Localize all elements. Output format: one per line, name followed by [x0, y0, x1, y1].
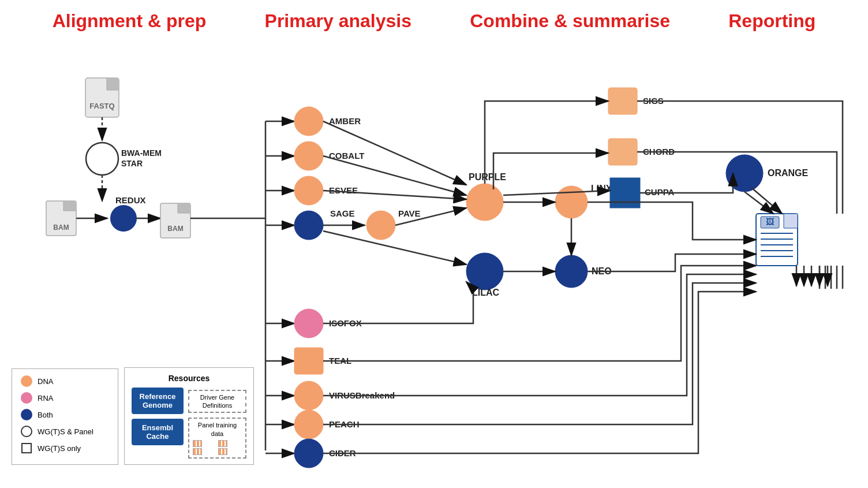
svg-text:REDUX: REDUX: [115, 195, 146, 205]
svg-text:ORANGE: ORANGE: [768, 168, 809, 178]
svg-marker-3: [107, 78, 119, 90]
svg-text:LILAC: LILAC: [472, 288, 500, 297]
svg-text:PURPLE: PURPLE: [469, 172, 506, 182]
svg-point-56: [294, 439, 323, 468]
primary-title: Primary analysis: [265, 10, 411, 32]
dna-icon: [21, 375, 32, 387]
legend-both-label: Both: [38, 411, 53, 419]
legend-rna-label: RNA: [38, 394, 53, 403]
resources-box: Resources ReferenceGenome EnsemblCache D…: [124, 367, 254, 465]
report-icon: 🖼: [756, 214, 798, 266]
legend-wgts-only-label: WG(T)S only: [38, 444, 81, 453]
svg-line-87: [323, 231, 466, 265]
svg-text:LINX: LINX: [591, 184, 612, 193]
svg-rect-50: [294, 348, 323, 374]
mini-table-cell-1: [193, 440, 202, 447]
svg-point-58: [466, 184, 503, 221]
svg-point-64: [555, 255, 588, 288]
rna-icon: [21, 392, 32, 404]
svg-point-62: [555, 186, 588, 218]
legend-wgts-panel-label: WG(T)S & Panel: [38, 427, 93, 436]
main-container: Alignment & prep Primary analysis Combin…: [0, 0, 868, 488]
mini-table-cell-4: [218, 448, 227, 455]
svg-point-43: [294, 211, 323, 240]
svg-text:🖼: 🖼: [766, 217, 774, 226]
svg-rect-66: [608, 88, 637, 114]
svg-point-37: [294, 107, 323, 136]
svg-point-52: [294, 381, 323, 410]
fastq-node: FASTQ: [85, 78, 119, 117]
bam-in-node: BAM: [46, 201, 76, 236]
svg-text:PAVE: PAVE: [398, 208, 421, 218]
svg-point-72: [726, 155, 763, 192]
svg-point-39: [294, 141, 323, 170]
svg-text:AMBER: AMBER: [329, 116, 361, 126]
svg-marker-75: [784, 214, 798, 228]
panel-training-box: Panel training data: [188, 418, 246, 459]
svg-text:CUPPA: CUPPA: [645, 187, 675, 197]
driver-gene-label: Driver Gene Definitions: [200, 394, 234, 409]
panel-training-label: Panel training data: [198, 422, 237, 437]
svg-text:FASTQ: FASTQ: [89, 102, 114, 110]
legend-wgts-panel: WG(T)S & Panel: [20, 425, 110, 438]
svg-text:BAM: BAM: [53, 223, 69, 232]
wgts-panel-icon: [21, 426, 32, 437]
svg-text:SAGE: SAGE: [330, 208, 355, 218]
bwa-mem-node: BWA-MEM STAR: [86, 143, 162, 175]
legend-dna: DNA: [20, 375, 110, 388]
mini-table-cell-2: [218, 440, 227, 447]
svg-marker-22: [178, 203, 190, 213]
wgts-only-icon: [21, 443, 32, 453]
combine-title: Combine & summarise: [470, 10, 670, 32]
svg-point-45: [366, 211, 395, 240]
reference-genome-button[interactable]: ReferenceGenome: [132, 388, 184, 414]
resources-inner: ReferenceGenome EnsemblCache Driver Gene…: [132, 388, 246, 459]
bam-out-node: BAM: [160, 203, 190, 238]
svg-point-60: [466, 253, 503, 290]
legend-rna: RNA: [20, 392, 110, 404]
svg-marker-13: [63, 201, 76, 211]
legend-box: DNA RNA Both WG(T)S & Panel WG(T)S only: [12, 368, 118, 465]
header: Alignment & prep Primary analysis Combin…: [0, 0, 868, 32]
svg-text:BAM: BAM: [167, 225, 183, 233]
both-icon: [21, 409, 32, 420]
legend-both: Both: [20, 408, 110, 421]
svg-text:ESVEE: ESVEE: [329, 185, 358, 195]
svg-point-48: [294, 309, 323, 338]
driver-gene-defs-box: Driver Gene Definitions: [188, 390, 246, 414]
legend-dna-label: DNA: [38, 377, 53, 386]
svg-text:STAR: STAR: [121, 159, 143, 168]
svg-rect-68: [608, 139, 637, 165]
svg-point-41: [294, 176, 323, 205]
svg-rect-70: [610, 178, 640, 208]
ensembl-cache-button[interactable]: EnsemblCache: [132, 419, 184, 445]
mini-table-cell-3: [193, 448, 202, 455]
alignment-title: Alignment & prep: [53, 10, 207, 32]
resources-title: Resources: [132, 374, 246, 383]
svg-point-8: [86, 143, 118, 175]
legend-wgts-only: WG(T)S only: [20, 442, 110, 455]
svg-text:BWA-MEM: BWA-MEM: [121, 148, 162, 158]
svg-point-19: [111, 206, 136, 231]
svg-point-54: [294, 410, 323, 439]
reporting-title: Reporting: [728, 10, 815, 32]
